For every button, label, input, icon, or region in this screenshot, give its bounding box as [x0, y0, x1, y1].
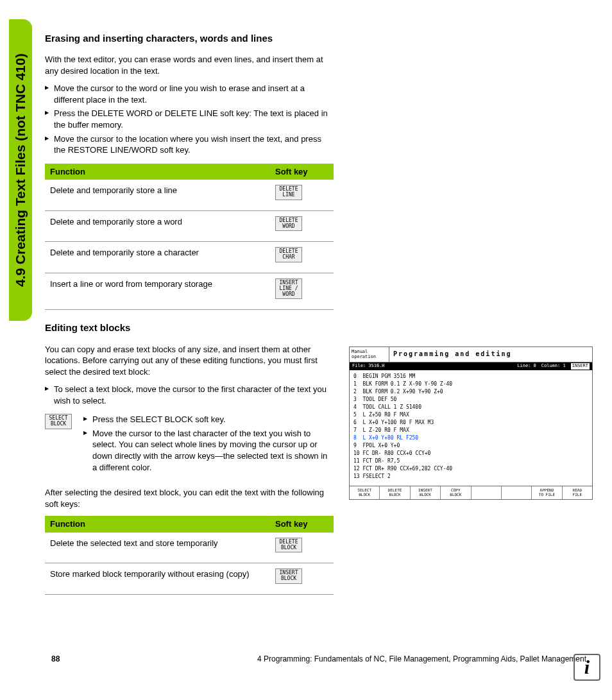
section2-intro: You can copy and erase text blocks of an… [45, 344, 334, 378]
table-row: Delete and temporarily store a word DELE… [45, 210, 334, 242]
softkey-delete-line[interactable]: DELETE LINE [275, 185, 302, 200]
ss-statusbar: File: 3516.H Line: 0 Column: 1 INSERT [350, 363, 592, 370]
main-content: Erasing and inserting characters, words … [45, 32, 334, 595]
fn-cell: Delete and temporarily store a word [45, 210, 270, 242]
table-row: Delete the selected text and store tempo… [45, 533, 334, 563]
bullet-item: Press the SELECT BLOCK soft key. [83, 414, 334, 425]
ss-sk-select-block[interactable]: SELECT BLOCK [350, 486, 380, 499]
code-line: 2 BLK FORM 0.2 X+90 Y+90 Z+0 [353, 388, 588, 396]
side-tab-title: 4.9 Creating Text Files (not TNC 410) [12, 53, 30, 287]
col-softkey: Soft key [270, 516, 334, 533]
page-footer: 88 4 Programming: Fundamentals of NC, Fi… [51, 654, 586, 664]
ss-insertmode: INSERT [571, 363, 590, 369]
ss-sk-append-file[interactable]: APPEND TO FILE [532, 486, 562, 499]
fn-cell: Delete and temporarily store a line [45, 180, 270, 210]
code-line-highlighted: 8 L X+0 Y+80 RL F250 [353, 434, 588, 442]
softkey-select-block[interactable]: SELECT BLOCK [45, 414, 72, 429]
bullet-item: Move the cursor to the word or line you … [45, 83, 334, 105]
code-line: 12 FCT DR+ R90 CCX+69,282 CCY-40 [353, 465, 588, 473]
col-function: Function [45, 516, 270, 533]
ss-mode: Manual operation [350, 347, 389, 362]
code-line: 7 L Z-20 R0 F MAX [353, 427, 588, 434]
code-line: 6 L X+0 Y+100 R0 F MAX M3 [353, 419, 588, 427]
bullet-item: Move the cursor to the last character of… [83, 428, 334, 473]
chapter-title: 4 Programming: Fundamentals of NC, File … [257, 654, 586, 664]
bullet-item: Move the cursor to the location where yo… [45, 133, 334, 156]
section2-sub-bullets: Press the SELECT BLOCK soft key. Move th… [83, 414, 334, 473]
info-icon: i [574, 654, 600, 681]
fn-cell: Insert a line or word from temporary sto… [45, 273, 270, 309]
code-line: 3 TOOL DEF 50 [353, 396, 588, 404]
table-row: Delete and temporarily store a character… [45, 242, 334, 273]
ss-line: Line: 0 [517, 363, 536, 369]
section1-bullets: Move the cursor to the word or line you … [45, 83, 334, 155]
section1-table: Function Soft key Delete and temporarily… [45, 164, 334, 311]
code-line: 11 FCT DR- R7,5 [353, 457, 588, 465]
editor-screenshot: Manual operation Programming and editing… [349, 346, 593, 500]
ss-col: Column: 1 [541, 363, 566, 369]
side-tab: 4.9 Creating Text Files (not TNC 410) [9, 19, 32, 321]
ss-file: File: 3516.H [352, 363, 385, 369]
table-row: Delete and temporarily store a line DELE… [45, 180, 334, 210]
section2-heading: Editing text blocks [45, 321, 334, 334]
ss-sk-delete-block[interactable]: DELETE BLOCK [380, 486, 410, 499]
section1-intro: With the text editor, you can erase word… [45, 54, 334, 76]
code-line: 4 TOOL CALL 1 Z S1400 [353, 404, 588, 411]
section2-lead-bullets: To select a text block, move the cursor … [45, 384, 334, 406]
ss-sk-insert-block[interactable]: INSERT BLOCK [411, 486, 441, 499]
code-line: 13 FSELECT 2 [353, 473, 588, 481]
ss-sk-empty [502, 486, 532, 499]
code-line: 10 FC DR- R80 CCX+0 CCY+0 [353, 450, 588, 457]
table-row: Store marked block temporarily without e… [45, 563, 334, 595]
code-line: 1 BLK FORM 0.1 Z X-90 Y-90 Z-40 [353, 380, 588, 388]
code-line: 9 FPOL X+0 Y+0 [353, 442, 588, 450]
ss-code: 0 BEGIN PGM 3516 MM 1 BLK FORM 0.1 Z X-9… [350, 370, 592, 486]
ss-softkey-row: SELECT BLOCK DELETE BLOCK INSERT BLOCK C… [350, 486, 592, 499]
bullet-item: Press the DELETE WORD or DELETE LINE sof… [45, 108, 334, 130]
section1-heading: Erasing and inserting characters, words … [45, 32, 334, 45]
softkey-delete-word[interactable]: DELETE WORD [275, 216, 302, 232]
code-line: 5 L Z+50 R0 F MAX [353, 411, 588, 419]
fn-cell: Store marked block temporarily without e… [45, 563, 270, 595]
fn-cell: Delete the selected text and store tempo… [45, 533, 270, 563]
softkey-delete-block[interactable]: DELETE BLOCK [275, 538, 302, 553]
table-row: Insert a line or word from temporary sto… [45, 273, 334, 309]
ss-title: Programming and editing [389, 347, 592, 362]
col-function: Function [45, 164, 270, 180]
ss-sk-copy-block[interactable]: COPY BLOCK [441, 486, 471, 499]
bullet-item: To select a text block, move the cursor … [45, 384, 334, 406]
fn-cell: Delete and temporarily store a character [45, 242, 270, 273]
page-number: 88 [51, 654, 60, 664]
section2-table: Function Soft key Delete the selected te… [45, 516, 334, 595]
softkey-insert-block[interactable]: INSERT BLOCK [275, 568, 302, 584]
col-softkey: Soft key [270, 164, 334, 180]
softkey-insert-line-word[interactable]: INSERT LINE / WORD [275, 278, 302, 299]
code-line: 0 BEGIN PGM 3516 MM [353, 373, 588, 380]
ss-sk-empty [472, 486, 502, 499]
softkey-delete-char[interactable]: DELETE CHAR [275, 247, 302, 262]
section2-after: After selecting the desired text block, … [45, 487, 334, 509]
ss-sk-read-file[interactable]: READ FILE [563, 486, 592, 499]
select-block-instruction: SELECT BLOCK Press the SELECT BLOCK soft… [45, 414, 334, 481]
